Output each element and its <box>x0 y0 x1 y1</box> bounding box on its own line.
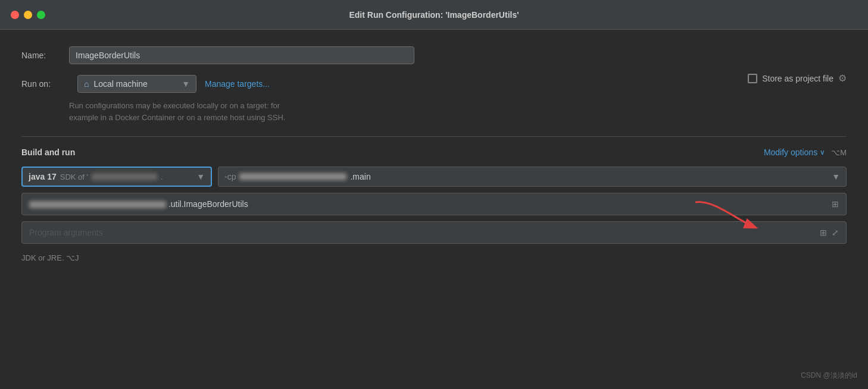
minimize-button[interactable] <box>24 11 32 19</box>
local-machine-text: Local machine <box>93 79 147 89</box>
run-on-row: Run on: ⌂ Local machine ▼ Manage targets… <box>21 75 847 93</box>
title-bar: Edit Run Configuration: 'ImageBorderUtil… <box>0 0 868 30</box>
modify-options-text: Modify options <box>764 148 817 157</box>
args-placeholder: Program arguments <box>29 228 103 237</box>
cp-blurred-text <box>239 173 346 180</box>
args-expand-icon[interactable]: ⤢ <box>832 228 839 237</box>
modify-options-link[interactable]: Modify options ∨ <box>764 148 825 157</box>
dialog-title: Edit Run Configuration: 'ImageBorderUtil… <box>349 10 519 20</box>
hint-line1: Run configurations may be executed local… <box>69 101 280 110</box>
class-blurred-prefix <box>29 201 166 208</box>
modify-options-shortcut: ⌥M <box>831 148 847 157</box>
watermark: CSDN @淡淡的id <box>801 371 857 381</box>
store-label: Store as project file <box>762 74 833 83</box>
main-suffix-text: .main <box>350 172 370 181</box>
hint-text: Run configurations may be executed local… <box>69 100 847 123</box>
run-on-label: Run on: <box>21 79 69 89</box>
program-args-row[interactable]: Program arguments ⊞ ⤢ <box>21 221 847 244</box>
cp-prefix-text: -cp <box>224 172 236 181</box>
jdk-hint: JDK or JRE. ⌥J <box>21 253 79 262</box>
close-button[interactable] <box>11 11 19 19</box>
hint-line2: example in a Docker Container or on a re… <box>69 113 285 122</box>
chevron-down-icon: ∨ <box>820 148 825 156</box>
sdk-blurred-text <box>92 173 157 180</box>
name-row: Name: <box>21 46 847 64</box>
args-icons: ⊞ ⤢ <box>820 228 839 237</box>
maximize-button[interactable] <box>37 11 45 19</box>
build-run-header: Build and run Modify options ∨ ⌥M <box>21 148 847 157</box>
gear-icon[interactable]: ⚙ <box>838 73 847 84</box>
cp-dropdown[interactable]: -cp .main ▼ <box>218 167 847 187</box>
window-controls <box>11 11 45 19</box>
manage-targets-link[interactable]: Manage targets... <box>205 79 270 89</box>
run-on-dropdown[interactable]: ⌂ Local machine ▼ <box>77 75 196 93</box>
dropdown-arrow-icon: ▼ <box>182 79 190 89</box>
class-name-row: .util.ImageBorderUtils ⊞ <box>21 193 847 215</box>
sdk-dropdown-arrow-icon: ▼ <box>196 172 205 181</box>
sdk-of-text: SDK of ' <box>60 172 88 181</box>
sdk-dropdown[interactable]: java 17 SDK of ' . ▼ <box>21 167 212 187</box>
cp-dropdown-arrow-icon: ▼ <box>832 172 840 181</box>
java-version-text: java 17 <box>29 172 57 181</box>
section-divider <box>21 136 847 137</box>
name-input[interactable] <box>69 46 414 64</box>
name-label: Name: <box>21 51 69 60</box>
store-checkbox[interactable] <box>748 74 757 83</box>
browse-class-icon[interactable]: ⊞ <box>832 199 839 209</box>
args-browse-icon[interactable]: ⊞ <box>820 228 827 237</box>
dialog-content: Name: Store as project file ⚙ Run on: ⌂ … <box>0 30 868 275</box>
class-name-content: .util.ImageBorderUtils <box>29 199 248 209</box>
class-name-suffix: .util.ImageBorderUtils <box>168 199 248 209</box>
build-run-title: Build and run <box>21 148 75 157</box>
store-project-row: Store as project file ⚙ <box>748 73 847 84</box>
sdk-row: java 17 SDK of ' . ▼ -cp .main ▼ <box>21 167 847 187</box>
home-icon: ⌂ <box>84 79 89 89</box>
